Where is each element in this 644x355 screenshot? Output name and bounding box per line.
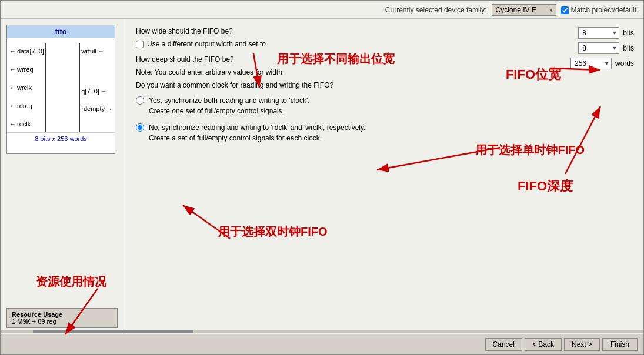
output-width-label: Use a different output width and set to: [147, 40, 266, 48]
annotation-dual-clock: 用于选择双时钟FIFO: [218, 224, 328, 240]
port-wrreq: ← wrreq: [9, 63, 44, 75]
next-button[interactable]: Next >: [564, 338, 600, 351]
radio-yes-sub: Create one set of full/empty control sig…: [149, 106, 310, 116]
radio-no-main: No, synchronize reading and writing to '…: [149, 122, 365, 133]
scrollbar-area[interactable]: [1, 330, 643, 333]
annotation-single-clock: 用于选择单时钟FIFO: [475, 142, 585, 158]
port-wrfull: wrfull →: [81, 45, 112, 57]
port-rdempty: rdempty →: [81, 103, 112, 115]
match-row: Match project/default: [561, 6, 636, 14]
radio-yes-option: Yes, synchronize both reading and writin…: [136, 95, 536, 116]
bottom-bar: Cancel < Back Next > Finish: [1, 334, 643, 354]
finish-button[interactable]: Finish: [602, 338, 638, 351]
width-dropdown-wrapper-2: 8 16 32 ▼: [578, 42, 619, 54]
device-dropdown[interactable]: Cyclone IV E: [492, 4, 556, 16]
cancel-button[interactable]: Cancel: [485, 338, 522, 351]
annotation-fifo-depth: FIFO深度: [518, 177, 573, 195]
depth-dropdown[interactable]: 256 512 1024: [570, 58, 612, 69]
depth-row: 256 512 1024 ▼ words: [570, 58, 634, 69]
left-panel: fifo ← data[7..0] ← wrreq ←: [1, 19, 124, 334]
port-rdclk: ← rdclk: [9, 118, 44, 130]
match-checkbox[interactable]: [561, 6, 569, 14]
radio-no-text: No, synchronize reading and writing to '…: [149, 122, 365, 143]
back-button[interactable]: < Back: [525, 338, 562, 351]
device-family-label: Currently selected device family:: [385, 6, 487, 14]
q2-section: How deep should the FIFO be?: [136, 55, 536, 63]
clock-section: Do you want a common clock for reading a…: [136, 81, 536, 143]
fifo-diagram: fifo ← data[7..0] ← wrreq ←: [6, 25, 115, 154]
width-dropdown-2[interactable]: 8 16 32: [578, 42, 619, 54]
radio-no[interactable]: [136, 123, 144, 132]
q3-label: Do you want a common clock for reading a…: [136, 81, 536, 89]
radio-yes-main: Yes, synchronize both reading and writin…: [149, 95, 310, 106]
port-q: q[7..0] →: [81, 85, 112, 97]
words-label: words: [615, 59, 634, 68]
depth-dropdown-wrapper: 256 512 1024 ▼: [570, 58, 612, 69]
radio-yes-text: Yes, synchronize both reading and writin…: [149, 95, 310, 116]
resource-title: Resource Usage: [12, 311, 112, 318]
scrollbar-thumb[interactable]: [33, 330, 193, 333]
width-depth-controls: 8 16 32 ▼ bits 8 16 32: [570, 27, 634, 69]
right-panel: 8 16 32 ▼ bits 8 16 32: [124, 19, 643, 334]
bits-label-2: bits: [623, 44, 634, 52]
width-dropdown-wrapper-1: 8 16 32 ▼: [578, 27, 619, 39]
output-width-checkbox[interactable]: [136, 41, 144, 48]
top-bar: Currently selected device family: Cyclon…: [1, 1, 643, 19]
form-content: How wide should the FIFO be? Use a diffe…: [136, 27, 536, 143]
width-dropdown-1[interactable]: 8 16 32: [578, 27, 619, 39]
radio-no-sub: Create a set of full/empty control signa…: [149, 133, 365, 143]
fifo-title: fifo: [7, 25, 115, 38]
q1-section: How wide should the FIFO be?: [136, 27, 536, 35]
port-wrclk: ← wrclk: [9, 82, 44, 93]
fifo-size-label: 8 bits x 256 words: [7, 132, 115, 145]
q1-label: How wide should the FIFO be?: [136, 27, 536, 35]
note-label: Note: You could enter arbitrary values f…: [136, 68, 536, 76]
width-row-2: 8 16 32 ▼ bits: [578, 42, 634, 54]
output-width-checkbox-row: Use a different output width and set to: [136, 40, 536, 48]
port-rdreq: ← rdreq: [9, 100, 44, 112]
port-data: ← data[7..0]: [9, 45, 44, 57]
resource-box: Resource Usage 1 M9K + 89 reg: [6, 308, 118, 328]
radio-no-option: No, synchronize reading and writing to '…: [136, 122, 536, 143]
width-row-1: 8 16 32 ▼ bits: [578, 27, 634, 39]
main-window: Currently selected device family: Cyclon…: [0, 0, 644, 355]
q2-label: How deep should the FIFO be?: [136, 55, 536, 63]
device-dropdown-wrapper: Cyclone IV E ▼: [492, 4, 556, 16]
radio-yes[interactable]: [136, 96, 144, 105]
match-label: Match project/default: [571, 6, 636, 14]
resource-value: 1 M9K + 89 reg: [12, 318, 112, 325]
bits-label-1: bits: [623, 29, 634, 37]
dialog-content: fifo ← data[7..0] ← wrreq ←: [1, 19, 643, 334]
note-section: Note: You could enter arbitrary values f…: [136, 68, 536, 76]
